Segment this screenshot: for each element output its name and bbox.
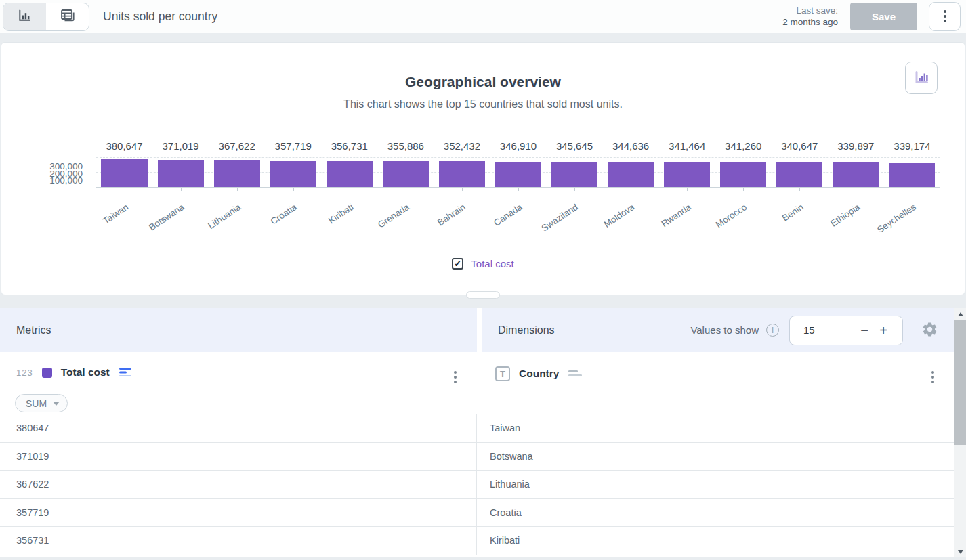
last-save-info: Last save: 2 months ago <box>782 5 838 28</box>
panel-resize-handle[interactable] <box>466 291 500 299</box>
bar-value-label: 339,174 <box>894 140 930 152</box>
bar[interactable] <box>158 160 204 187</box>
view-toggle-group <box>3 3 89 31</box>
dimension-field-name: Country <box>519 368 559 380</box>
dimension-cell-value: Croatia <box>490 507 522 518</box>
category-label: Benin <box>780 202 805 223</box>
bar[interactable] <box>270 161 316 187</box>
increment-button[interactable]: + <box>874 324 893 337</box>
scroll-down-arrow[interactable] <box>954 546 966 557</box>
info-icon[interactable]: i <box>766 324 779 337</box>
bar[interactable] <box>776 162 822 187</box>
sort-descending-icon[interactable] <box>119 367 134 378</box>
legend-label[interactable]: Total cost <box>471 258 513 270</box>
dimension-menu-button[interactable] <box>929 368 937 386</box>
metric-cell: 357719 <box>0 499 477 527</box>
bar-value-label: 344,636 <box>612 140 649 152</box>
bar-slot: 355,886Grenada <box>377 158 434 187</box>
bar-chart-purple-icon <box>912 68 930 88</box>
bar-value-label: 371,019 <box>162 140 198 152</box>
dimension-cell: Botswana <box>477 443 966 471</box>
bar[interactable] <box>383 161 429 187</box>
category-label: Rwanda <box>659 202 692 229</box>
dimension-cell: Croatia <box>477 499 966 527</box>
bar[interactable] <box>833 162 879 187</box>
bar-plot: 380,647Taiwan371,019Botswana367,622Lithu… <box>96 158 940 188</box>
category-label: Lithuania <box>206 202 243 231</box>
text-type-badge: T <box>495 366 510 381</box>
category-label: Morocco <box>714 202 749 230</box>
metric-menu-button[interactable] <box>451 368 459 386</box>
bar-slot: 339,897Ethiopia <box>828 158 884 187</box>
category-label: Croatia <box>269 202 299 227</box>
bar[interactable] <box>664 162 710 187</box>
dimension-cell-value: Botswana <box>490 451 533 462</box>
gridline <box>96 157 940 158</box>
document-title: Units sold per country <box>103 9 217 24</box>
metrics-header: Metrics <box>0 308 477 352</box>
scrollbar-thumb[interactable] <box>954 320 966 445</box>
bar[interactable] <box>214 160 260 187</box>
data-table: 380647Taiwan371019Botswana367622Lithuani… <box>0 414 966 555</box>
settings-button[interactable] <box>921 321 938 340</box>
bar-slot: 380,647Taiwan <box>96 158 152 187</box>
dimensions-header-label: Dimensions <box>498 324 555 337</box>
decrement-button[interactable]: − <box>855 324 874 337</box>
bar[interactable] <box>720 162 766 187</box>
table-icon <box>60 7 76 26</box>
bar[interactable] <box>101 159 147 187</box>
dimension-field: T Country <box>482 352 954 414</box>
bar[interactable] <box>439 161 485 187</box>
metric-cell: 371019 <box>0 443 477 471</box>
last-save-label: Last save: <box>782 5 838 16</box>
table-view-toggle-button[interactable] <box>46 3 89 30</box>
metric-field: 123 Total cost SUM <box>0 352 477 414</box>
table-row: 371019Botswana <box>0 443 966 471</box>
save-button[interactable]: Save <box>850 3 917 30</box>
chart-panel: Geographical overview This chart shows t… <box>1 42 965 295</box>
scrollbar <box>954 308 966 557</box>
values-to-show-label: Values to show <box>690 324 759 336</box>
fields-row: 123 Total cost SUM T Coun <box>0 352 966 414</box>
metric-cell-value: 367622 <box>16 479 49 490</box>
aggregation-value: SUM <box>26 398 47 409</box>
chart-title: Geographical overview <box>1 74 965 90</box>
chevron-down-icon <box>53 402 60 406</box>
bar[interactable] <box>327 161 373 187</box>
category-label: Canada <box>492 202 524 228</box>
values-to-show-input[interactable]: 15 <box>803 324 855 336</box>
bar[interactable] <box>889 163 935 187</box>
scroll-up-arrow[interactable] <box>954 308 966 320</box>
bar-value-label: 352,432 <box>444 140 480 152</box>
metric-color-swatch[interactable] <box>42 368 52 378</box>
aggregation-dropdown[interactable]: SUM <box>15 394 68 412</box>
last-save-value: 2 months ago <box>782 16 838 28</box>
legend-checkbox[interactable]: ✓ <box>452 258 463 270</box>
bar-chart-icon <box>17 8 33 26</box>
metric-cell-value: 380647 <box>16 423 49 433</box>
dimension-cell: Lithuania <box>477 471 966 498</box>
bar-slot: 371,019Botswana <box>152 158 209 187</box>
chart-view-toggle-button[interactable] <box>3 3 46 30</box>
chart-type-button[interactable] <box>905 62 938 94</box>
category-label: Bahrain <box>436 202 467 228</box>
y-axis: 100,000200,000300,000 <box>1 158 83 188</box>
bar[interactable] <box>608 162 654 187</box>
bar[interactable] <box>551 162 597 187</box>
bar-value-label: 356,731 <box>331 140 368 152</box>
category-label: Botswana <box>147 202 186 233</box>
table-row: 380647Taiwan <box>0 414 966 443</box>
metric-cell-value: 356731 <box>16 535 49 546</box>
dimension-cell-value: Lithuania <box>490 479 530 490</box>
dimension-sort-icon[interactable] <box>568 370 583 378</box>
category-label: Kiribati <box>327 202 356 226</box>
bar-value-label: 380,647 <box>106 140 142 152</box>
toolbar-menu-button[interactable] <box>929 2 961 31</box>
bar-slot: 367,622Lithuania <box>209 158 265 187</box>
bar-slot: 340,647Benin <box>772 158 828 187</box>
bar-slot: 352,432Bahrain <box>434 158 490 187</box>
category-label: Taiwan <box>101 202 130 226</box>
bar-value-label: 346,910 <box>500 140 537 152</box>
category-label: Grenada <box>376 202 411 230</box>
bar[interactable] <box>495 162 541 187</box>
